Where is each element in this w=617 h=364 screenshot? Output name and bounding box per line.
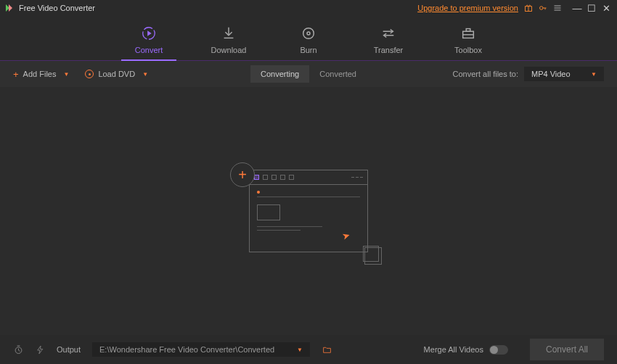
convert-icon [141, 25, 157, 41]
open-folder-button[interactable] [322, 345, 332, 355]
svg-marker-23 [38, 346, 43, 354]
svg-point-13 [307, 32, 310, 35]
chevron-down-icon: ▼ [591, 71, 597, 78]
logo-icon [6, 4, 16, 12]
convert-to-label: Convert all files to: [453, 70, 518, 78]
load-dvd-label: Load DVD [98, 70, 135, 78]
svg-line-21 [19, 350, 20, 351]
converted-tab[interactable]: Converted [309, 65, 367, 83]
tab-label: Toolbox [454, 46, 482, 54]
main-tabs: Convert Download Burn Transfer Toolbox [0, 16, 617, 61]
tab-label: Download [211, 46, 247, 54]
converting-tab[interactable]: Converting [250, 65, 309, 83]
plus-icon: + [13, 69, 19, 80]
tab-label: Convert [135, 46, 163, 54]
svg-point-2 [540, 7, 544, 10]
svg-point-12 [303, 28, 314, 39]
footer: Output E:\Wondershare Free Video Convert… [0, 335, 617, 364]
output-label: Output [57, 345, 81, 354]
menu-icon[interactable] [553, 4, 562, 12]
tab-download[interactable]: Download [205, 25, 252, 60]
merge-label: Merge All Videos [424, 345, 483, 354]
dvd-icon [85, 70, 94, 78]
gift-icon[interactable] [524, 4, 533, 12]
maximize-button[interactable]: ☐ [587, 3, 597, 14]
tab-label: Transfer [374, 46, 404, 54]
upgrade-link[interactable]: Upgrade to premium version [417, 4, 518, 12]
burn-icon [301, 25, 316, 41]
chevron-down-icon: ▼ [63, 71, 69, 78]
output-format-select[interactable]: MP4 Video ▼ [524, 67, 604, 81]
bolt-icon[interactable] [36, 344, 45, 355]
svg-rect-17 [466, 29, 470, 32]
add-files-label: Add Files [23, 70, 57, 78]
output-format-value: MP4 Video [531, 70, 571, 78]
tab-label: Burn [300, 46, 316, 54]
tab-toolbox[interactable]: Toolbox [445, 25, 491, 60]
app-title: Free Video Converter [19, 4, 95, 12]
tab-transfer[interactable]: Transfer [365, 25, 412, 60]
titlebar: Free Video Converter Upgrade to premium … [0, 0, 617, 16]
status-segment: Converting Converted [250, 65, 367, 83]
chevron-down-icon: ▼ [142, 71, 148, 78]
download-icon [221, 25, 237, 41]
output-path-select[interactable]: E:\Wondershare Free Video Converter\Conv… [92, 342, 310, 357]
add-circle-icon: + [230, 162, 255, 187]
minimize-button[interactable]: — [572, 3, 582, 14]
drop-zone[interactable]: + ➤ [0, 87, 617, 335]
app-logo: Free Video Converter [6, 4, 95, 12]
close-button[interactable]: ✕ [601, 3, 611, 14]
output-path-value: E:\Wondershare Free Video Converter\Conv… [99, 345, 274, 354]
tab-convert[interactable]: Convert [126, 25, 172, 60]
add-files-button[interactable]: + Add Files ▼ [13, 69, 69, 80]
clock-icon[interactable] [13, 344, 24, 355]
load-dvd-button[interactable]: Load DVD ▼ [85, 70, 148, 78]
key-icon[interactable] [539, 4, 547, 12]
tab-burn[interactable]: Burn [285, 25, 332, 60]
merge-toggle[interactable] [489, 345, 508, 355]
transfer-icon [380, 25, 396, 41]
chevron-down-icon: ▼ [297, 347, 303, 353]
toolbar: + Add Files ▼ Load DVD ▼ Converting Conv… [0, 61, 617, 87]
svg-marker-9 [147, 30, 152, 36]
convert-all-button[interactable]: Convert All [530, 339, 604, 360]
placeholder-illustration: + ➤ [249, 170, 368, 252]
cursor-icon: ➤ [340, 230, 351, 243]
toolbox-icon [460, 25, 476, 41]
